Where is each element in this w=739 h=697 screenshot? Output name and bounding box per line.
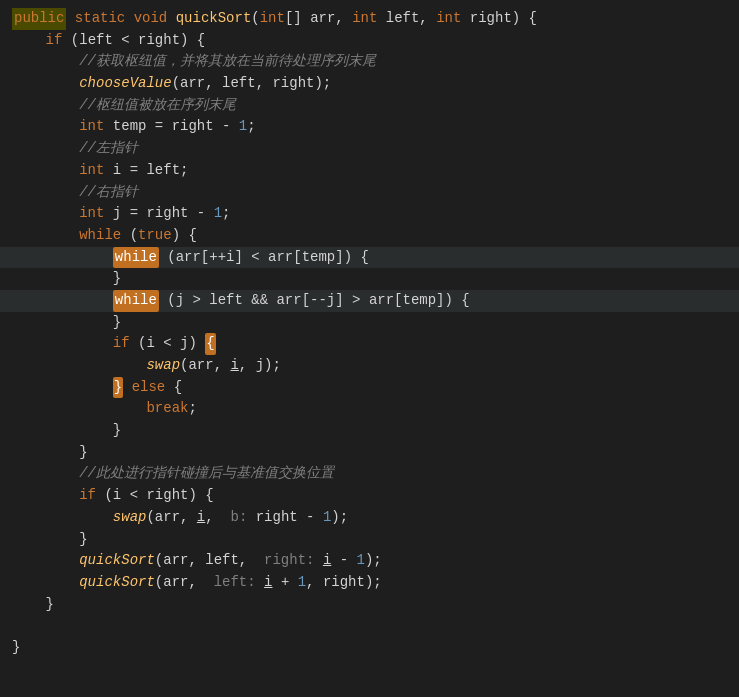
code-line-18: } else { (0, 377, 739, 399)
code-line-20: } (0, 420, 739, 442)
code-line-7: //左指针 (0, 138, 739, 160)
code-line-6: int temp = right - 1; (0, 116, 739, 138)
code-line-24: swap(arr, i, b: right - 1); (0, 507, 739, 529)
code-line-22: //此处进行指针碰撞后与基准值交换位置 (0, 463, 739, 485)
code-line-30: } (0, 637, 739, 659)
code-line-17: swap(arr, i, j); (0, 355, 739, 377)
code-line-13: } (0, 268, 739, 290)
code-line-10: int j = right - 1; (0, 203, 739, 225)
code-line-8: int i = left; (0, 160, 739, 182)
code-line-25: } (0, 529, 739, 551)
code-line-3: //获取枢纽值，并将其放在当前待处理序列末尾 (0, 51, 739, 73)
code-editor: public static void quickSort(int[] arr, … (0, 0, 739, 667)
code-line-14: while (j > left && arr[--j] > arr[temp])… (0, 290, 739, 312)
code-line-12: while (arr[++i] < arr[temp]) { (0, 247, 739, 269)
code-line-19: break; (0, 398, 739, 420)
code-line-4: chooseValue(arr, left, right); (0, 73, 739, 95)
code-line-2: if (left < right) { (0, 30, 739, 52)
code-line-1: public static void quickSort(int[] arr, … (0, 8, 739, 30)
code-line-9: //右指针 (0, 182, 739, 204)
code-line-26: quickSort(arr, left, right: i - 1); (0, 550, 739, 572)
code-line-29 (0, 615, 739, 637)
code-line-15: } (0, 312, 739, 334)
code-line-28: } (0, 594, 739, 616)
code-line-23: if (i < right) { (0, 485, 739, 507)
code-line-11: while (true) { (0, 225, 739, 247)
code-line-21: } (0, 442, 739, 464)
keyword-public: public (12, 8, 66, 30)
code-line-16: if (i < j) { (0, 333, 739, 355)
code-line-27: quickSort(arr, left: i + 1, right); (0, 572, 739, 594)
code-line-5: //枢纽值被放在序列末尾 (0, 95, 739, 117)
